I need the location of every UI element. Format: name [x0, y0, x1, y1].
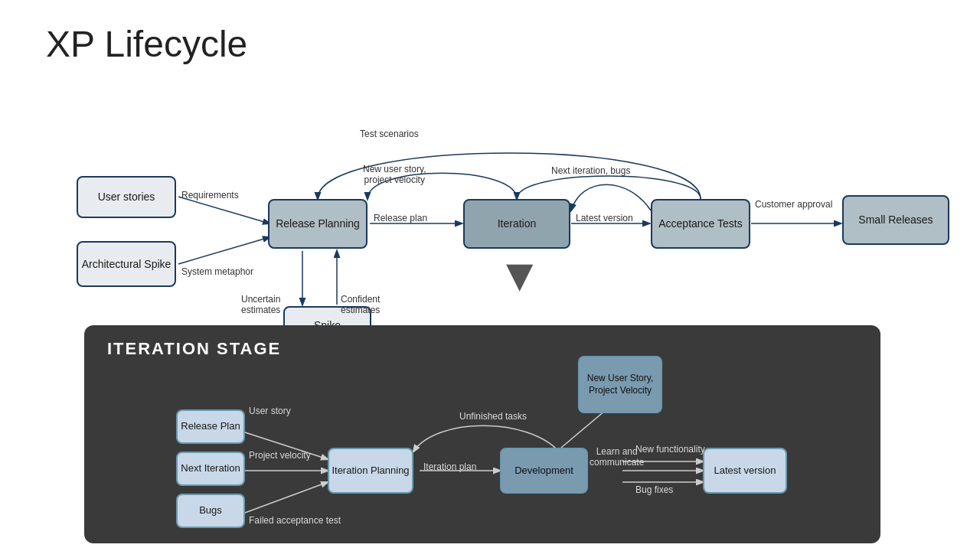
new-user-story-label: New user story,project velocity: [363, 153, 426, 185]
iteration-planning-box: Iteration Planning: [328, 448, 413, 494]
test-scenarios-label: Test scenarios: [360, 129, 419, 139]
iteration-stage-title: ITERATION STAGE: [107, 339, 281, 359]
page-title: XP Lifecycle: [46, 23, 247, 65]
development-box: Development: [500, 448, 588, 494]
svg-line-0: [178, 197, 270, 223]
arch-spike-box: Architectural Spike: [77, 241, 176, 287]
next-iteration-bugs-label: Next iteration, bugs: [551, 165, 630, 176]
bugs-box: Bugs: [176, 494, 245, 528]
user-story-label: User story: [249, 406, 291, 416]
failed-acceptance-test-label: Failed acceptance test: [249, 515, 341, 526]
new-user-story-box: New User Story, Project Velocity: [578, 356, 662, 413]
confident-estimates-label: Confidentestimates: [341, 283, 380, 315]
uncertain-estimates-label: Uncertainestimates: [241, 283, 280, 315]
iteration-box: Iteration: [463, 199, 570, 249]
unfinished-tasks-label: Unfinished tasks: [459, 411, 527, 422]
top-diagram: User stories Architectural Spike Release…: [31, 77, 965, 367]
release-planning-box: Release Planning: [268, 199, 368, 249]
system-metaphor-label: System metaphor: [181, 266, 253, 277]
bug-fixes-label: Bug fixes: [635, 484, 673, 495]
user-stories-box: User stories: [77, 176, 176, 218]
learn-communicate-label: Learn andcommunicate: [590, 446, 644, 468]
acceptance-tests-box: Acceptance Tests: [651, 199, 750, 249]
iteration-plan-label: Iteration plan: [423, 461, 476, 472]
small-releases-box: Small Releases: [842, 195, 949, 245]
latest-version-box: Latest version: [703, 448, 787, 494]
iteration-stage: ITERATION STAGE Release Plan Next Iterat…: [84, 325, 880, 543]
new-functionality-label: New functionality: [635, 444, 705, 455]
svg-line-1: [178, 237, 270, 264]
big-down-arrow: ▼: [497, 253, 542, 298]
project-velocity-label: Project velocity: [249, 450, 311, 461]
customer-approval-label: Customer approval: [755, 199, 832, 210]
svg-line-7: [245, 482, 328, 513]
requirements-label: Requirements: [181, 190, 239, 201]
latest-version-label: Latest version: [576, 213, 633, 223]
next-iteration-box: Next Iteration: [176, 452, 245, 486]
release-plan-box: Release Plan: [176, 409, 245, 444]
release-plan-label: Release plan: [374, 213, 427, 223]
